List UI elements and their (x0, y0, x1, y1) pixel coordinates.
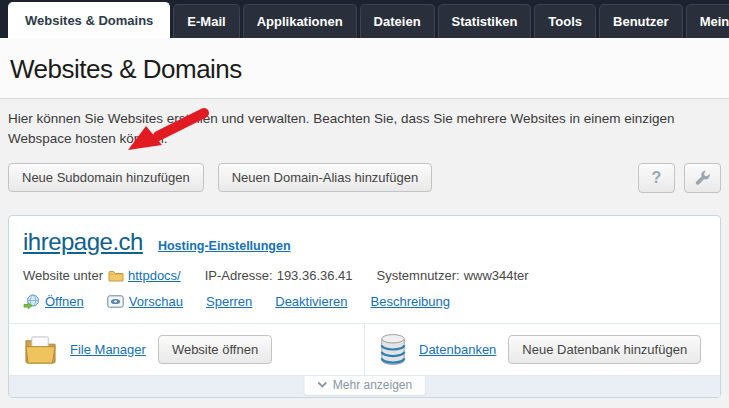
folder-large-icon (23, 334, 58, 365)
suspend-link[interactable]: Sperren (206, 294, 252, 309)
add-subdomain-button[interactable]: Neue Subdomain hinzufügen (8, 163, 204, 192)
file-manager-cell: File Manager Website öffnen (9, 324, 364, 375)
domain-panel: ihrepage.ch Hosting-Einstellungen Websit… (8, 215, 721, 398)
file-manager-link[interactable]: File Manager (70, 342, 146, 357)
page-header: Websites & Domains (0, 38, 729, 99)
databases-link[interactable]: Datenbanken (419, 342, 496, 357)
ip-address-value: 193.36.36.41 (277, 268, 353, 283)
database-icon (379, 333, 407, 366)
system-user-value: www344ter (464, 268, 529, 283)
preview-monitor-icon (107, 295, 124, 308)
tab-benutzer[interactable]: Benutzer (599, 4, 683, 38)
domain-shortcuts-row: File Manager Website öffnen Datenbanken … (9, 323, 720, 375)
tab-applikationen[interactable]: Applikationen (243, 4, 357, 38)
deactivate-link[interactable]: Deaktivieren (275, 294, 347, 309)
domain-info-row: Website unter httpdocs/ IP-Adresse: 193.… (23, 268, 706, 283)
databases-cell: Datenbanken Neue Datenbank hinzufügen (364, 324, 720, 375)
question-mark-icon: ? (652, 169, 662, 187)
help-button[interactable]: ? (638, 163, 675, 193)
website-under-label: Website unter (23, 268, 103, 283)
tab-email[interactable]: E-Mail (173, 4, 239, 38)
preview-link[interactable]: Vorschau (107, 294, 183, 309)
chevron-down-icon (317, 381, 327, 388)
system-user-label: Systemnutzer: (377, 268, 460, 283)
tab-websites-domains[interactable]: Websites & Domains (8, 2, 170, 38)
page-title: Websites & Domains (10, 54, 719, 85)
tab-mein-profil[interactable]: Mein Profil (686, 4, 729, 38)
panel-footer: Mehr anzeigen (9, 375, 720, 397)
settings-button[interactable] (684, 163, 721, 193)
globe-open-icon (23, 294, 40, 310)
tab-dateien[interactable]: Dateien (360, 4, 435, 38)
open-site-link[interactable]: Öffnen (23, 294, 84, 310)
domain-action-links: Öffnen Vorschau Sperren (23, 294, 706, 310)
add-domain-alias-button[interactable]: Neuen Domain-Alias hinzufügen (218, 163, 432, 192)
tab-tools[interactable]: Tools (534, 4, 596, 38)
ip-address-label: IP-Adresse: (205, 268, 273, 283)
add-database-button[interactable]: Neue Datenbank hinzufügen (508, 335, 701, 364)
domain-link[interactable]: ihrepage.ch (23, 228, 143, 256)
page-description: Hier können Sie Websites erstellen und v… (8, 109, 721, 150)
hosting-settings-link[interactable]: Hosting-Einstellungen (158, 239, 291, 253)
open-website-button[interactable]: Website öffnen (158, 335, 272, 364)
wrench-icon (694, 169, 711, 186)
docroot-link[interactable]: httpdocs/ (128, 268, 181, 283)
folder-small-icon (108, 269, 124, 282)
top-tab-bar: Websites & Domains E-Mail Applikationen … (0, 0, 729, 38)
show-more-button[interactable]: Mehr anzeigen (303, 376, 426, 396)
tab-statistiken[interactable]: Statistiken (438, 4, 532, 38)
description-link[interactable]: Beschreibung (371, 294, 451, 309)
toolbar: Neue Subdomain hinzufügen Neuen Domain-A… (8, 163, 721, 193)
